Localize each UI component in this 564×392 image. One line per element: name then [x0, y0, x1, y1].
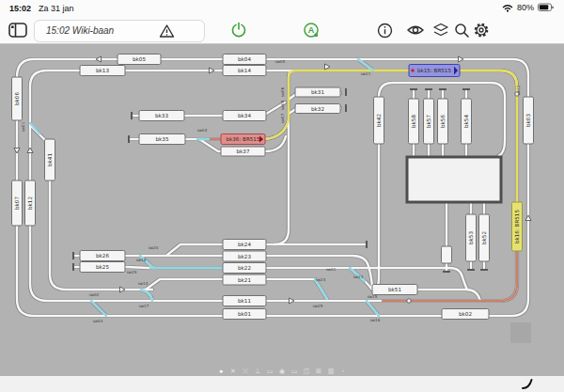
switch-label-sw01[interactable]: sw01 — [21, 121, 25, 132]
info-icon — [377, 23, 393, 39]
block-bk56[interactable]: bk56 — [438, 99, 448, 144]
block-bk37[interactable]: bk37 — [221, 147, 265, 156]
block-bk06[interactable]: bk06 — [12, 77, 23, 120]
page-dot-7[interactable]: ◫ — [303, 368, 311, 375]
block-bk36[interactable]: bk36: BR515 — [221, 134, 265, 145]
block-bk51[interactable]: bk51 — [372, 285, 417, 295]
switch-label-sw24[interactable]: sw24 — [316, 277, 326, 282]
search-icon — [454, 23, 470, 39]
block-bk13[interactable]: bk13 — [80, 66, 125, 76]
track-layout-canvas[interactable]: bk05bk04bk13bk14bk15: BR515bk33bk34bk31b… — [0, 44, 564, 376]
switch-label-sw25[interactable]: sw25 — [313, 304, 323, 308]
block-bk53[interactable]: bk53 — [466, 214, 477, 261]
block-bk57[interactable]: bk57 — [424, 99, 434, 144]
page-dot-0[interactable]: ● — [217, 368, 226, 374]
block-bk03[interactable]: bk03 — [524, 97, 534, 144]
block-bk31[interactable]: bk31 — [295, 87, 340, 97]
svg-text:bk31: bk31 — [311, 89, 324, 95]
block-stub[interactable] — [442, 246, 452, 263]
block-bk41[interactable]: bk41 — [45, 139, 55, 180]
switch-label-sw21[interactable]: sw21 — [326, 267, 337, 272]
svg-text:bk13: bk13 — [96, 68, 109, 73]
gear-icon — [473, 22, 490, 39]
block-bk16[interactable]: bk16: BR515 — [512, 202, 523, 251]
page-dot-4[interactable]: ▭ — [266, 368, 274, 375]
warning-button[interactable] — [155, 20, 178, 42]
switch-label-sw19[interactable]: sw19 — [127, 270, 137, 274]
svg-text:bk21: bk21 — [238, 277, 251, 283]
switch-label-sw20[interactable]: sw20 — [149, 245, 159, 250]
switch-label-sw02[interactable]: sw02 — [89, 292, 100, 297]
switch-label-sw03[interactable]: sw03 — [93, 319, 103, 323]
status-left: 15:02Za 31 jan — [9, 4, 74, 13]
block-bk34[interactable]: bk34 — [223, 111, 266, 121]
page-dot-6[interactable]: ▭ — [290, 368, 299, 375]
block-bk05[interactable]: bk05 — [118, 55, 161, 65]
svg-text:bk11: bk11 — [238, 298, 251, 304]
block-bk12[interactable]: bk12 — [25, 180, 36, 226]
page-dot-10[interactable]: ▫ — [339, 368, 348, 374]
switch-label-sw08[interactable]: sw08 — [280, 100, 285, 110]
block-bk32[interactable]: bk32 — [295, 104, 340, 114]
sidebar-toggle-button[interactable] — [7, 19, 29, 41]
auto-mode-button[interactable]: A — [300, 19, 322, 41]
selected-cell[interactable] — [510, 322, 531, 343]
power-button[interactable] — [227, 19, 250, 41]
block-bk04[interactable]: bk04 — [223, 55, 266, 65]
svg-text:bk35: bk35 — [156, 136, 169, 142]
block-bk42[interactable]: bk42 — [374, 97, 384, 144]
block-bk24[interactable]: bk24 — [223, 240, 266, 250]
page-dot-8[interactable]: ⊞ — [315, 368, 323, 375]
page-dot-9[interactable]: ▥ — [327, 368, 336, 375]
page-dot-2[interactable]: ⤫ — [242, 368, 250, 375]
block-bk14[interactable]: bk14 — [223, 66, 266, 76]
switch-label-sw12[interactable]: sw12 — [516, 85, 521, 95]
switch-label-sw05[interactable]: sw05 — [275, 59, 286, 64]
page-dot-5[interactable]: ◉ — [278, 368, 287, 375]
svg-text:bk37: bk37 — [237, 149, 250, 154]
svg-text:bk52: bk52 — [481, 231, 487, 244]
switch-label-sw06[interactable]: sw06 — [280, 86, 285, 97]
svg-text:bk12: bk12 — [27, 196, 33, 210]
switch-label-sw15[interactable]: sw15 — [368, 294, 378, 299]
block-bk25[interactable]: bk25 — [80, 262, 125, 273]
switch-label-sw16[interactable]: sw16 — [370, 318, 381, 322]
status-right: 80% — [502, 3, 555, 12]
power-icon — [230, 22, 247, 39]
scribble-icon[interactable] — [521, 378, 534, 390]
switch-label-sw11[interactable]: sw11 — [361, 71, 371, 76]
switch-label-sw14[interactable]: sw14 — [138, 281, 149, 286]
status-time: 15:02 — [9, 4, 31, 13]
svg-text:bk07: bk07 — [14, 196, 20, 210]
layers-button[interactable] — [430, 19, 452, 41]
block-bk07[interactable]: bk07 — [12, 180, 23, 226]
svg-text:bk01: bk01 — [238, 311, 251, 317]
info-button[interactable] — [373, 19, 396, 41]
visibility-button[interactable] — [404, 19, 427, 41]
page-dot-3[interactable]: ⊥ — [254, 368, 262, 375]
switch-label-sw18[interactable]: sw18 — [136, 258, 147, 262]
block-bk11[interactable]: bk11 — [223, 296, 266, 306]
block-bk58[interactable]: bk58 — [409, 99, 419, 144]
block-bk33[interactable]: bk33 — [139, 111, 184, 121]
block-bk02[interactable]: bk02 — [442, 309, 489, 320]
block-bk15[interactable]: bk15: BR515 — [409, 65, 460, 77]
svg-text:bk36: BR515: bk36: BR515 — [227, 136, 260, 142]
page-dot-1[interactable]: ✕ — [229, 368, 238, 375]
switch-label-sw07[interactable]: sw07 — [280, 113, 285, 123]
block-bk26[interactable]: bk26 — [80, 251, 125, 261]
svg-text:bk53: bk53 — [468, 231, 474, 244]
block-bk22[interactable]: bk22 — [223, 263, 266, 274]
block-bk52[interactable]: bk52 — [479, 214, 490, 261]
settings-button[interactable] — [470, 19, 493, 41]
block-bk21[interactable]: bk21 — [223, 274, 266, 285]
switch-label-sw23[interactable]: sw23 — [353, 274, 364, 279]
block-bk01[interactable]: bk01 — [223, 309, 266, 320]
block-bk54[interactable]: bk54 — [462, 99, 472, 144]
switch-label-sw17[interactable]: sw17 — [139, 304, 149, 308]
block-bk23[interactable]: bk23 — [223, 251, 266, 261]
switch-label-sw04[interactable]: sw04 — [197, 128, 208, 133]
svg-text:bk26: bk26 — [96, 253, 109, 259]
block-bk35[interactable]: bk35 — [139, 134, 185, 145]
svg-text:bk58: bk58 — [411, 115, 416, 128]
